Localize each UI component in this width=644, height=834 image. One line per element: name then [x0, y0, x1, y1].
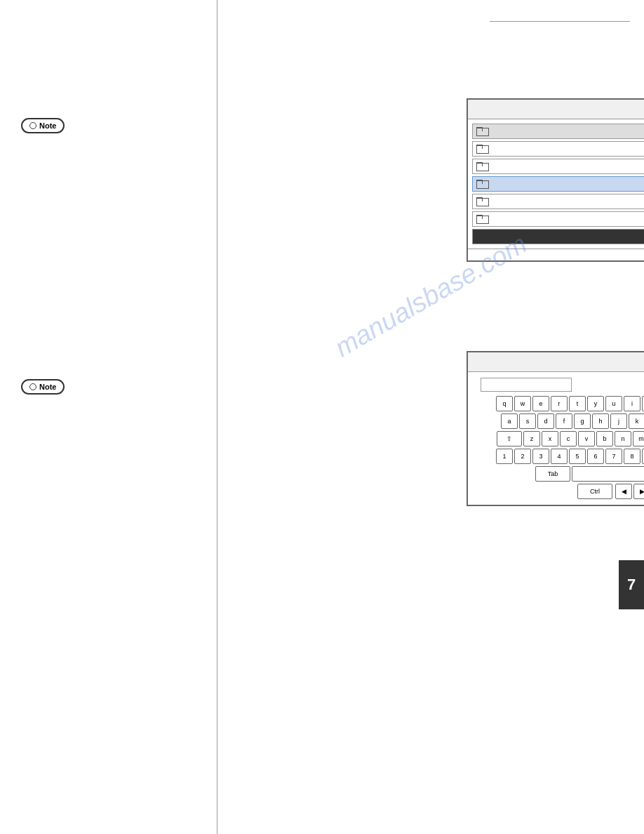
file-item-4[interactable]: [472, 176, 644, 192]
key-arrow-left[interactable]: ◀: [615, 484, 632, 499]
key-r[interactable]: r: [551, 396, 568, 411]
panel1-footer: [468, 249, 644, 260]
key-i[interactable]: i: [624, 396, 640, 411]
key-h[interactable]: h: [592, 413, 609, 429]
key-row-3: ⇧ z x c v b n m , . / ⇧: [497, 431, 644, 446]
folder-icon-6: [476, 215, 488, 224]
key-u[interactable]: u: [605, 396, 622, 411]
key-z[interactable]: z: [523, 431, 540, 446]
key-t[interactable]: t: [569, 396, 586, 411]
key-ctrl[interactable]: Ctrl: [577, 484, 612, 499]
keyboard-area: q w e r t y u i o p [ ] \: [474, 396, 644, 499]
key-q[interactable]: q: [496, 396, 513, 411]
key-v[interactable]: v: [578, 431, 595, 446]
key-2[interactable]: 2: [514, 449, 531, 464]
key-k[interactable]: k: [629, 413, 644, 429]
key-6[interactable]: 6: [587, 449, 604, 464]
key-row-5: Tab Caps: [535, 466, 644, 482]
key-w[interactable]: w: [514, 396, 531, 411]
keyboard-body: q w e r t y u i o p [ ] \: [468, 372, 644, 505]
key-tab[interactable]: Tab: [535, 466, 570, 482]
file-item-1[interactable]: [472, 124, 644, 139]
key-a[interactable]: a: [501, 413, 518, 429]
key-x[interactable]: x: [542, 431, 558, 446]
panel1-header: ?: [468, 100, 644, 119]
key-3[interactable]: 3: [532, 449, 549, 464]
key-e[interactable]: e: [532, 396, 549, 411]
section-tab-7: 7: [619, 560, 644, 609]
key-row-1: q w e r t y u i o p [ ] \: [496, 396, 644, 411]
file-list: [472, 124, 644, 244]
note-bubble-1: Note: [21, 118, 65, 133]
key-b[interactable]: b: [596, 431, 613, 446]
keyboard-panel: q w e r t y u i o p [ ] \: [467, 351, 644, 506]
panel2-header: [468, 352, 644, 372]
file-item-2[interactable]: [472, 141, 644, 157]
note-label-2: Note: [39, 383, 56, 391]
folder-icon-1: [476, 127, 488, 136]
key-n[interactable]: n: [615, 431, 631, 446]
file-item-7[interactable]: [472, 229, 644, 244]
panel1-body: ▲ First ▲ Prev 1/50 Next ▼ L: [468, 119, 644, 249]
file-item-3[interactable]: [472, 159, 644, 174]
key-1[interactable]: 1: [496, 449, 513, 464]
key-shift-l[interactable]: ⇧: [497, 431, 522, 446]
note-label-1: Note: [39, 121, 56, 130]
key-space[interactable]: [572, 466, 644, 482]
main-content: 7 manualsbase.com ?: [217, 0, 644, 834]
folder-icon-4: [476, 180, 488, 189]
file-item-6[interactable]: [472, 211, 644, 227]
keyboard-input-row: [481, 378, 644, 392]
left-sidebar: Note Note: [0, 0, 217, 834]
top-decorative-line: [490, 21, 630, 22]
key-f[interactable]: f: [556, 413, 572, 429]
folder-icon-2: [476, 145, 488, 154]
key-c[interactable]: c: [560, 431, 577, 446]
folder-icon-3: [476, 162, 488, 171]
key-5[interactable]: 5: [569, 449, 586, 464]
file-item-5[interactable]: [472, 194, 644, 209]
key-m[interactable]: m: [633, 431, 644, 446]
section-number: 7: [627, 576, 636, 594]
key-row-4: 1 2 3 4 5 6 7 8 9 0 - = ⌫: [496, 449, 644, 464]
note-bubble-2: Note: [21, 379, 65, 395]
key-8[interactable]: 8: [624, 449, 640, 464]
folder-icon-5: [476, 197, 488, 206]
key-4[interactable]: 4: [551, 449, 568, 464]
key-y[interactable]: y: [587, 396, 604, 411]
key-7[interactable]: 7: [605, 449, 622, 464]
key-j[interactable]: j: [610, 413, 627, 429]
key-row-2: a s d f g h j k l ; ' ↵: [501, 413, 644, 429]
key-arrow-right[interactable]: ▶: [633, 484, 644, 499]
key-d[interactable]: d: [537, 413, 554, 429]
keyboard-input[interactable]: [481, 378, 572, 392]
key-row-6: Ctrl ◀ ▶: [577, 484, 644, 499]
key-g[interactable]: g: [574, 413, 591, 429]
file-list-panel: ?: [467, 98, 644, 262]
key-s[interactable]: s: [519, 413, 536, 429]
